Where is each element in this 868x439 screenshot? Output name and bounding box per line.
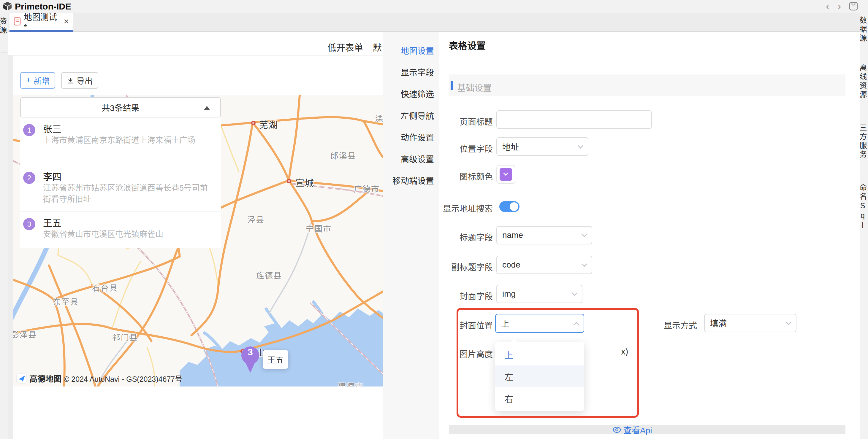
download-icon	[67, 77, 74, 84]
section-title: 基础设置	[457, 81, 492, 94]
rail-divider	[861, 178, 867, 178]
field-label-display-mode: 显示方式	[644, 319, 697, 331]
design-canvas: 低开表单 默 + 新增 导出	[8, 32, 383, 439]
rail-divider	[861, 58, 867, 58]
map-label-city: 宣城	[296, 176, 314, 189]
tab-map-test[interactable]: 地图测试* ×	[9, 13, 73, 30]
amap-logo-icon	[16, 373, 27, 383]
panel-title: 表格设置	[449, 38, 486, 52]
field-label-show-address-search: 显示地址搜索	[439, 202, 493, 214]
canvas-tab-default[interactable]: 默	[373, 40, 382, 54]
chevron-down-icon	[578, 143, 583, 148]
menu-item-advanced[interactable]: 高级设置	[401, 153, 434, 165]
menu-item-left-nav[interactable]: 左侧导航	[401, 109, 434, 121]
show-address-search-toggle[interactable]	[499, 201, 520, 212]
image-height-suffix: x)	[621, 347, 628, 357]
collapse-icon[interactable]	[204, 106, 210, 110]
subtitle-field-select[interactable]: code	[496, 256, 592, 274]
menu-item-quick-filter[interactable]: 快速筛选	[401, 88, 434, 100]
menu-item-mobile[interactable]: 移动端设置	[393, 174, 434, 186]
item-address: 江苏省苏州市姑苏区沧浪街道西善长巷5号司前街看守所旧址	[43, 182, 215, 205]
map-label-county: 泾县	[247, 213, 265, 225]
city-dot-wuhu	[251, 121, 256, 125]
rail-item-datasource[interactable]: 数据源	[860, 16, 868, 43]
cover-field-select[interactable]: img	[496, 285, 582, 303]
item-index-badge: 2	[23, 172, 35, 184]
rail-item-namedsql[interactable]: 命名Sql	[860, 183, 868, 231]
map-label-county: 广德市	[354, 183, 380, 194]
page-title-input[interactable]	[496, 110, 652, 129]
right-rail: 数据源 离线资源 三方服务 命名Sql	[860, 13, 868, 439]
color-swatch	[500, 168, 512, 181]
field-label-cover-field: 封面字段	[439, 290, 493, 302]
field-label-icon-color: 图标颜色	[439, 170, 493, 182]
list-item[interactable]: 1 张三 上海市黄浦区南京东路街道上海来福士广场	[20, 117, 221, 165]
field-label-page-title: 页面标题	[439, 115, 493, 127]
result-count-header[interactable]: 共3条结果	[20, 97, 221, 117]
display-mode-value: 填满	[710, 317, 727, 329]
tab-strip: 地图测试* ×	[8, 13, 860, 32]
display-mode-select[interactable]: 填满	[704, 314, 797, 332]
chevron-down-icon	[503, 171, 508, 176]
rail-divider	[1, 52, 7, 53]
chevron-up-icon	[574, 322, 579, 327]
position-field-select[interactable]: 地址	[496, 137, 588, 156]
map-label-county: 旌德县	[256, 269, 282, 281]
chevron-down-icon	[786, 319, 791, 325]
map-label-county: 郎溪县	[331, 149, 356, 161]
cover-position-value: 上	[501, 317, 509, 329]
canvas-tab-lowcode-form[interactable]: 低开表单	[328, 40, 363, 54]
result-count-label: 共3条结果	[101, 101, 140, 113]
icon-color-picker[interactable]	[496, 165, 515, 184]
list-item[interactable]: 3 王五 安徽省黄山市屯溪区屯光镇麻雀山	[20, 211, 221, 248]
title-field-select[interactable]: name	[496, 226, 592, 244]
save-icon[interactable]	[849, 2, 858, 11]
item-name: 张三	[43, 122, 61, 135]
chevron-down-icon	[572, 291, 577, 296]
menu-item-map-settings[interactable]: 地图设置	[401, 44, 434, 56]
dropdown-option-left[interactable]: 左	[495, 365, 584, 387]
rail-item-resources[interactable]: 资源	[0, 17, 8, 35]
dropdown-option-top[interactable]: 上	[495, 343, 584, 365]
marker-number: 3	[241, 347, 259, 358]
back-icon[interactable]: ‹	[826, 1, 829, 11]
map-marker-pin[interactable]: 3	[241, 346, 259, 373]
settings-panel: 表格设置 基础设置 页面标题 位置字段 地址 图标颜色 显示地址搜索 标题字段 …	[439, 32, 860, 439]
field-label-subtitle-field: 副标题字段	[439, 261, 493, 273]
rail-divider	[861, 250, 867, 250]
menu-item-action-settings[interactable]: 动作设置	[401, 131, 434, 143]
item-address: 安徽省黄山市屯溪区屯光镇麻雀山	[43, 229, 215, 240]
menu-item-display-fields[interactable]: 显示字段	[401, 66, 434, 78]
rail-item-thirdparty[interactable]: 三方服务	[860, 124, 868, 159]
subtitle-field-value: code	[502, 260, 520, 270]
left-rail: 资源	[0, 13, 8, 439]
export-button[interactable]: 导出	[61, 72, 98, 89]
map-attribution: 高德地图 © 2024 AutoNavi - GS(2023)4677号	[16, 373, 182, 384]
forward-icon[interactable]: ›	[838, 1, 841, 11]
city-dot-xuancheng	[287, 179, 291, 183]
chevron-down-icon	[582, 261, 587, 267]
export-button-label: 导出	[76, 75, 93, 86]
cover-field-value: img	[502, 289, 516, 299]
field-label-image-height: 图片高度	[439, 348, 493, 360]
settings-menu: 地图设置 显示字段 快速筛选 左侧导航 动作设置 高级设置 移动端设置	[383, 32, 439, 439]
map-label-county: 宁国市	[306, 223, 332, 234]
map-label-county: 东至县	[53, 296, 79, 307]
plus-icon: +	[26, 75, 31, 85]
map-label-county: 石台县	[92, 282, 118, 293]
chevron-down-icon	[582, 232, 587, 237]
view-api-link[interactable]: 查看Api	[613, 424, 652, 436]
map-label-county: 祁门县	[112, 331, 138, 343]
app-title: Primeton-IDE	[15, 1, 71, 11]
toolbar-divider	[13, 55, 383, 56]
eye-icon	[613, 427, 621, 433]
item-name: 王五	[43, 216, 61, 229]
add-button[interactable]: + 新增	[20, 72, 55, 89]
dropdown-option-right[interactable]: 右	[495, 387, 584, 409]
tab-close-icon[interactable]: ×	[64, 16, 69, 26]
app-logo-icon	[2, 1, 12, 11]
list-item[interactable]: 2 李四 江苏省苏州市姑苏区沧浪街道西善长巷5号司前街看守所旧址	[20, 165, 221, 211]
cover-position-select[interactable]: 上	[495, 314, 584, 333]
add-button-label: 新增	[34, 75, 50, 86]
rail-item-offline[interactable]: 离线资源	[860, 64, 868, 99]
